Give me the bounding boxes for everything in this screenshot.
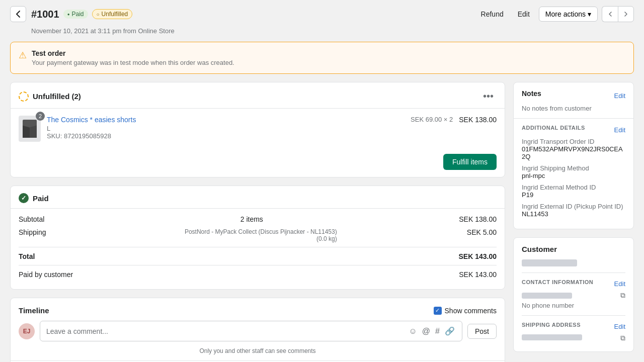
external-id-value: NL11453: [522, 210, 625, 218]
contact-edit-link[interactable]: Edit: [614, 280, 625, 288]
transport-order-id-value: 01FM532APMRVPX9N2JRS0CEA2Q: [522, 145, 625, 160]
comment-icons: ☺ @ # 🔗: [408, 325, 456, 337]
show-comments-label: Show comments: [445, 307, 497, 315]
transport-order-id-label: Ingrid Transport Order ID: [522, 138, 625, 145]
subtotal-label: Subtotal: [19, 215, 44, 223]
item-name-link[interactable]: The Cosmics * easies shorts: [47, 116, 136, 124]
chevron-down-icon: ▾: [588, 10, 591, 18]
external-id-label: Ingrid External ID (Pickup Point ID): [522, 203, 625, 210]
alert-content: Test order Your payment gateway was in t…: [32, 49, 234, 66]
contact-section-title: CONTACT INFORMATION: [522, 279, 593, 285]
notes-divider: [514, 118, 633, 119]
alert-body: Your payment gateway was in test mode wh…: [32, 59, 234, 66]
back-button[interactable]: [10, 6, 26, 22]
total-row: Total SEK 143.00: [19, 247, 497, 263]
unfulfilled-title-text: Unfulfilled (2): [33, 92, 81, 101]
customer-section-title: Customer: [522, 245, 625, 253]
order-date: November 10, 2021 at 3:11 pm from Online…: [10, 26, 634, 42]
shipping-method-label: Ingrid Shipping Method: [522, 164, 625, 172]
more-actions-label: More actions: [545, 10, 586, 18]
external-method-value: P19: [522, 191, 625, 199]
left-column: Unfulfilled (2) •••: [10, 82, 505, 362]
item-unit-price: SEK 69.00 × 2: [411, 116, 453, 123]
item-variant: L: [47, 125, 405, 132]
subtotal-row: Subtotal 2 items SEK 138.00: [19, 213, 497, 226]
post-button[interactable]: Post: [467, 324, 497, 339]
warning-icon: ⚠: [19, 50, 27, 61]
hashtag-button[interactable]: #: [434, 326, 441, 337]
total-value: SEK 143.00: [459, 252, 497, 260]
badge-paid: Paid: [63, 10, 88, 19]
shipping-label: Shipping: [19, 228, 46, 242]
user-avatar: EJ: [19, 323, 35, 339]
more-actions-button[interactable]: More actions ▾: [539, 7, 598, 22]
item-details: The Cosmics * easies shorts L SKU: 87201…: [47, 116, 405, 140]
unfulfilled-card: Unfulfilled (2) •••: [10, 82, 505, 177]
right-column: Notes Edit No notes from customer ADDITI…: [513, 82, 634, 360]
shipping-address-header-row: SHIPPING ADDRESS Edit: [522, 322, 625, 331]
mention-button[interactable]: @: [421, 326, 431, 337]
paid-by-label: Paid by customer: [19, 270, 73, 279]
fulfill-items-button[interactable]: Fulfill items: [443, 154, 497, 170]
comment-placeholder: Leave a comment...: [46, 327, 108, 335]
notes-card: Notes Edit No notes from customer ADDITI…: [513, 82, 634, 229]
header-actions: Refund Edit More actions ▾: [476, 6, 634, 22]
payment-title: ✓ Paid: [19, 193, 49, 203]
additional-section-title: ADDITIONAL DETAILS: [522, 125, 585, 131]
unfulfilled-more-options-button[interactable]: •••: [480, 89, 497, 103]
external-method-row: Ingrid External Method ID P19: [522, 184, 625, 199]
shipping-row: Shipping PostNord - MyPack Collect (Disc…: [19, 226, 497, 245]
show-comments-checkbox[interactable]: ✓: [434, 307, 442, 315]
unfulfilled-card-header: Unfulfilled (2) •••: [11, 82, 505, 108]
no-phone-text: No phone number: [522, 302, 625, 309]
no-notes-text: No notes from customer: [522, 105, 625, 112]
customer-contact-divider: [522, 273, 625, 273]
additional-edit-link[interactable]: Edit: [614, 126, 625, 134]
notes-edit-link[interactable]: Edit: [614, 92, 625, 100]
order-number: #1001: [31, 9, 59, 20]
refund-button[interactable]: Refund: [476, 7, 509, 21]
shipping-detail: PostNord - MyPack Collect (Discus Pijnac…: [176, 228, 337, 242]
contact-header-row: CONTACT INFORMATION Edit: [522, 279, 625, 288]
badge-unfulfilled: Unfulfilled: [92, 9, 133, 19]
shipping-address-blurred: [522, 334, 582, 340]
transport-order-id-row: Ingrid Transport Order ID 01FM532APMRVPX…: [522, 138, 625, 160]
alert-title: Test order: [32, 49, 234, 57]
nav-prev-button[interactable]: [602, 6, 618, 22]
unfulfilled-status-icon: [19, 92, 29, 102]
shipping-address-row: ⧉: [522, 334, 625, 342]
shipping-address-divider: [522, 315, 625, 316]
shipping-address-title: SHIPPING ADDRESS: [522, 322, 581, 328]
timeline-card: Timeline ✓ Show comments EJ Leave a comm…: [10, 298, 505, 362]
customer-card: Customer CONTACT INFORMATION Edit ⧉ No p…: [513, 237, 634, 352]
additional-header-row: ADDITIONAL DETAILS Edit: [522, 125, 625, 135]
order-title-group: #1001 Paid Unfulfilled: [31, 9, 476, 20]
alert-banner: ⚠ Test order Your payment gateway was in…: [10, 42, 634, 74]
copy-address-button[interactable]: ⧉: [620, 334, 625, 342]
email-row: ⧉: [522, 291, 625, 300]
payment-rows: Subtotal 2 items SEK 138.00 Shipping Pos…: [11, 209, 505, 289]
notes-title: Notes: [522, 89, 541, 98]
subtotal-qty: 2 items: [240, 215, 263, 223]
item-qty-badge: 2: [36, 112, 45, 121]
item-sku: SKU: 8720195085928: [47, 132, 405, 140]
paid-by-value: SEK 143.00: [459, 270, 497, 279]
copy-email-button[interactable]: ⧉: [620, 291, 625, 300]
attachment-button[interactable]: 🔗: [444, 325, 456, 337]
shipping-value: SEK 5.00: [467, 228, 497, 242]
payment-title-text: Paid: [33, 194, 49, 203]
order-item: 2 The Cosmics * easies shorts L SKU: 872…: [11, 109, 505, 149]
shipping-address-edit-link[interactable]: Edit: [614, 323, 625, 330]
shipping-method-row: Ingrid Shipping Method pnl-mpc: [522, 164, 625, 179]
edit-button[interactable]: Edit: [513, 7, 535, 21]
unfulfilled-title: Unfulfilled (2): [19, 92, 81, 102]
total-label: Total: [19, 252, 35, 260]
nav-arrows: [602, 6, 634, 22]
emoji-button[interactable]: ☺: [408, 326, 418, 337]
notes-section: Notes Edit No notes from customer: [514, 82, 633, 112]
external-method-label: Ingrid External Method ID: [522, 184, 625, 191]
shipping-method-value: pnl-mpc: [522, 172, 625, 179]
nav-next-button[interactable]: [618, 6, 634, 22]
subtotal-value: SEK 138.00: [459, 215, 497, 223]
comment-box: Leave a comment... ☺ @ # 🔗: [40, 321, 462, 341]
